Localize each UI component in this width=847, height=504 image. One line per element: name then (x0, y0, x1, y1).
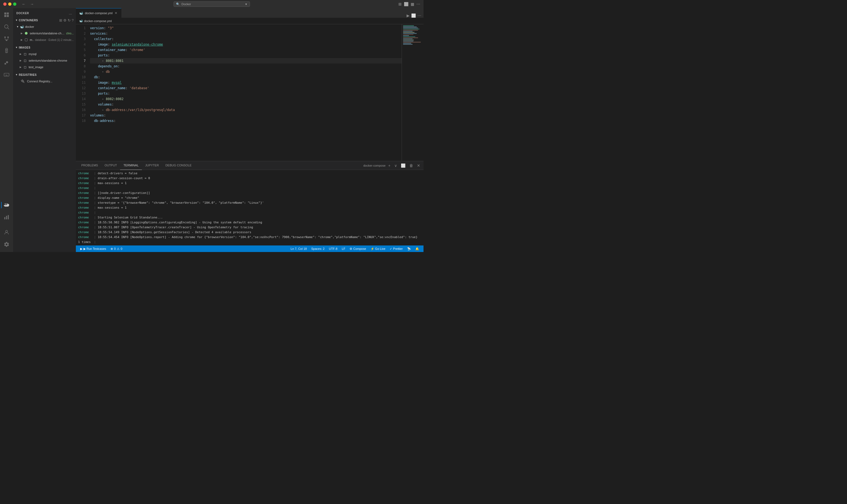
activity-debug[interactable] (1, 45, 12, 56)
language-text: ⚙ Compose (350, 247, 366, 251)
statusbar-notifications[interactable]: 🔔 (413, 246, 421, 252)
statusbar-language[interactable]: ⚙ Compose (347, 246, 368, 252)
encoding-text: UTF-8 (329, 247, 337, 250)
statusbar-go-live[interactable]: ⚡ Go Live (368, 246, 388, 252)
line-num-3: 3 (76, 36, 86, 42)
editor-more-btn[interactable]: ⋯ (418, 13, 421, 18)
line-num-8: 8 (76, 64, 86, 69)
activity-settings[interactable] (1, 239, 12, 250)
minimize-button[interactable] (8, 2, 12, 6)
close-button[interactable] (3, 2, 6, 6)
containers-action-btn3[interactable]: ↻ (68, 18, 71, 22)
containers-action-btn4[interactable]: ? (72, 18, 74, 22)
image-mysql-label: mysql (29, 52, 37, 56)
statusbar-run-testcases[interactable]: ▶ ▶ Run Testcases (78, 246, 108, 252)
tab-jupyter[interactable]: JUPYTER (142, 161, 162, 170)
containers-label: CONTAINERS (19, 19, 38, 22)
connect-registry-item[interactable]: 🔌 Connect Registry... (13, 78, 76, 85)
image-test-item[interactable]: ▶ ◻ test_image (13, 64, 76, 70)
sidebar-header: DOCKER ... (13, 8, 76, 17)
tab-output[interactable]: OUTPUT (101, 161, 120, 170)
image-test-label: test_image (29, 66, 43, 69)
split-terminal-button[interactable]: ⬜ (400, 163, 407, 168)
run-button[interactable]: ▶ (407, 13, 410, 18)
svg-point-6 (4, 37, 6, 38)
statusbar-broadcast[interactable]: 📡 (405, 246, 413, 252)
statusbar-prettier[interactable]: ✓ Prettier (387, 246, 405, 252)
statusbar-spaces[interactable]: Spaces: 2 (309, 246, 327, 252)
selenium-container-item[interactable]: ▶ selenium/standalone-chrome chro... (13, 30, 76, 37)
activity-chart[interactable] (1, 212, 12, 222)
image-mysql-item[interactable]: ▶ ◻ mysql (13, 51, 76, 57)
images-section-header[interactable]: ▼ IMAGES (13, 44, 76, 51)
code-line-17: volumes: (90, 113, 402, 118)
mysql-container-item[interactable]: ▶ mysql database · Exited (1) 2 minute..… (13, 37, 76, 43)
image-icon2: ◻ (24, 59, 27, 62)
search-bar[interactable]: 🔍 Docker ▼ (174, 1, 250, 7)
more-button[interactable]: ⋯ (417, 2, 420, 6)
tab-close-button[interactable]: ✕ (114, 11, 118, 16)
layout-toggle-button[interactable]: ⊞ (399, 2, 402, 6)
line-num-11: 11 (76, 80, 86, 85)
kill-terminal-button[interactable]: 🗑 (408, 163, 414, 168)
activity-search[interactable] (1, 21, 12, 32)
close-panel-button[interactable]: ✕ (416, 163, 421, 168)
docker-container-label: docker (25, 25, 74, 29)
term-line-11: chrome | 18:55:50.982 INFO [LoggingOptio… (78, 220, 423, 225)
container-running-icon (25, 32, 28, 35)
statusbar-position[interactable]: Ln 7, Col 18 (288, 246, 309, 252)
titlebar-right-controls: ⊞ ⬜ ▦ ⋯ (399, 2, 420, 6)
container-docker-group[interactable]: ▼ 🐋 docker (13, 23, 76, 30)
statusbar-right: Ln 7, Col 18 Spaces: 2 UTF-8 LF ⚙ Compos… (288, 246, 421, 252)
tab-terminal[interactable]: TERMINAL (120, 161, 142, 170)
sidebar-actions: ... (68, 11, 73, 16)
selenium-status: chro... (66, 32, 74, 35)
line-num-6: 6 (76, 53, 86, 58)
code-line-16: - db-address:/var/lib/postgresql/data (90, 107, 402, 113)
maximize-button[interactable] (13, 2, 16, 6)
activity-remote[interactable] (1, 69, 12, 80)
activity-account[interactable] (1, 227, 12, 238)
term-line-14: chrome | 18:55:54.454 INFO [NodeOptions.… (78, 235, 423, 240)
statusbar-errors[interactable]: ⊗ 0 ⚠ 0 (108, 246, 124, 252)
code-line-7: - 8081:8081 (90, 58, 402, 64)
svg-rect-0 (4, 13, 6, 15)
tab-docker-compose[interactable]: 🐋 docker-compose.yml ✕ (76, 8, 121, 18)
error-icon: ⊗ (110, 247, 113, 251)
split-editor-btn[interactable]: ⬜ (411, 13, 416, 18)
activity-bar (0, 8, 13, 252)
registries-section-header[interactable]: ▼ REGISTRIES (13, 71, 76, 78)
back-button[interactable]: ← (21, 1, 27, 7)
terminal-chevron-button[interactable]: ∨ (393, 163, 398, 168)
images-label: IMAGES (19, 46, 30, 49)
activity-source-control[interactable] (1, 33, 12, 44)
term-line-2: chrome | drain-after-session-count = 0 (78, 176, 423, 181)
run-icon: ▶ (80, 247, 83, 251)
containers-section-header[interactable]: ▼ CONTAINERS ⊞ ⚙ ↻ ? (13, 17, 76, 23)
tab-icon: 🐋 (79, 11, 83, 15)
sidebar-more-button[interactable]: ... (68, 11, 73, 16)
split-editor-button[interactable]: ⬜ (404, 2, 408, 6)
tab-problems[interactable]: PROBLEMS (78, 161, 101, 170)
code-content[interactable]: version: "3" services: collector: image:… (88, 24, 402, 161)
containers-action-btn2[interactable]: ⚙ (63, 18, 67, 22)
position-text: Ln 7, Col 18 (290, 247, 307, 250)
statusbar-line-ending[interactable]: LF (340, 246, 348, 252)
activity-docker[interactable] (1, 200, 12, 211)
activity-explorer[interactable] (1, 9, 12, 20)
line-ending-text: LF (342, 247, 346, 250)
layout-button[interactable]: ▦ (411, 2, 414, 6)
forward-button[interactable]: → (29, 1, 35, 7)
minimap (402, 24, 423, 161)
containers-action-btn1[interactable]: ⊞ (59, 18, 62, 22)
terminal-body[interactable]: chrome | detect-drivers = false chrome |… (76, 170, 423, 246)
run-label: ▶ Run Testcases (84, 247, 106, 251)
mysql-status: database · Exited (1) 2 minute... (35, 38, 74, 41)
statusbar-encoding[interactable]: UTF-8 (327, 246, 339, 252)
terminal-name-label: docker-compose (363, 164, 385, 167)
activity-extensions[interactable] (1, 57, 12, 68)
line-num-15: 15 (76, 102, 86, 107)
image-selenium-item[interactable]: ▶ ◻ selenium/standalone-chrome (13, 57, 76, 64)
tab-debug-console[interactable]: DEBUG CONSOLE (162, 161, 195, 170)
add-terminal-button[interactable]: + (387, 163, 392, 168)
